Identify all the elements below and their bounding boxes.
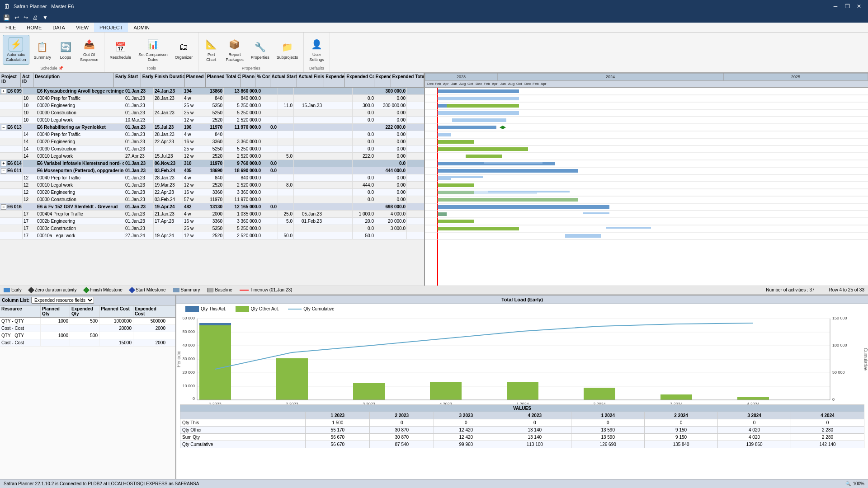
loops-button[interactable]: 🔄 Loops — [56, 38, 75, 62]
gantt-cell — [23, 167, 36, 174]
gantt-row[interactable]: +E6 009E6 Kyxasubedring Arvoll begge ret… — [0, 88, 424, 95]
gantt-cell — [0, 153, 23, 160]
gantt-row[interactable]: 1200030 Construction01.Jan.2303.Feb.2457… — [0, 196, 424, 203]
gantt-cell: 13860 — [201, 88, 224, 94]
resource-row[interactable]: QTY - QTY10005001000000500000 — [0, 318, 175, 325]
bar-cons1 — [438, 111, 519, 115]
bottom-area: Column List: Expended resource fields Re… — [0, 295, 868, 479]
menu-home[interactable]: HOME — [21, 23, 47, 32]
properties-button[interactable]: 🔧 Properties — [248, 38, 272, 62]
gantt-cell: 0003c Construction — [36, 225, 124, 232]
gantt-cell — [294, 117, 323, 123]
gantt-cell — [407, 203, 425, 210]
gantt-cell — [278, 203, 294, 210]
qa-print[interactable]: 🖨 — [31, 14, 39, 21]
qa-undo[interactable]: ↩ — [13, 14, 20, 21]
chart-legend: Qty This Act. Qty Other Act. Qty Cumulat… — [176, 304, 868, 314]
values-cell: 2 280 — [791, 426, 864, 433]
gantt-row[interactable]: −E6 013E6 Rehabilitering av Ryenlokket01… — [0, 124, 424, 131]
gantt-row[interactable]: 1000020 Engineering01.Jan.2325 w52505 25… — [0, 102, 424, 109]
menu-view[interactable]: VIEW — [71, 23, 94, 32]
values-cell: 139 860 — [718, 441, 791, 448]
qa-redo[interactable]: ↪ — [22, 14, 29, 21]
resource-row[interactable]: QTY - QTY1000500 — [0, 332, 175, 339]
gantt-cell: 00020 Engineering — [36, 138, 124, 145]
svg-text:20 000: 20 000 — [182, 370, 195, 375]
resource-row[interactable]: Cost - Cost150002000 — [0, 339, 175, 347]
expand-button[interactable]: + — [1, 161, 6, 166]
gantt-row[interactable]: 170002b Engineering01.Jan.2317.Apr.2316 … — [0, 218, 424, 225]
gantt-row[interactable]: 1400020 Engineering01.Jan.2322.Apr.2316 … — [0, 138, 424, 145]
gantt-cell: 01.Jan.23 — [124, 225, 154, 232]
menu-data[interactable]: DATA — [47, 23, 71, 32]
reschedule-button[interactable]: 📅 Reschedule — [107, 38, 134, 62]
menu-admin[interactable]: ADMIN — [128, 23, 155, 32]
gantt-row[interactable]: 1000030 Construction01.Jan.2324.Jan.2325… — [0, 109, 424, 117]
organizer-button[interactable]: 🗂 Organizer — [172, 38, 196, 62]
gantt-cell — [278, 109, 294, 116]
gantt-row[interactable]: 1000010 Legal work10.Mar.2312 w25202 520… — [0, 117, 424, 124]
gantt-cell: 0.00 — [375, 189, 407, 196]
close-button[interactable]: ✕ — [854, 2, 864, 11]
svg-text:2025: 2025 — [791, 75, 800, 79]
gantt-cell: 196 — [183, 124, 201, 131]
set-comparison-dates-button[interactable]: 📊 Set ComparisonDates — [136, 35, 170, 64]
qa-more[interactable]: ▼ — [41, 14, 49, 21]
gantt-row[interactable]: 1700010a Legal work27.Jan.2419.Apr.2412 … — [0, 232, 424, 239]
gantt-cell: 22.Apr.23 — [154, 189, 183, 196]
minimize-button[interactable]: ─ — [830, 2, 841, 11]
resource-column-headers: Resource Planned Qty Expended Qty Planne… — [0, 305, 175, 318]
qa-save[interactable]: 💾 — [2, 14, 11, 21]
gantt-row[interactable]: 170003c Construction01.Jan.2325 w52505 2… — [0, 225, 424, 232]
gantt-row[interactable]: 1400040 Prep for Traffic01.Jan.2328.Jan.… — [0, 131, 424, 138]
chart-panel: Total Load (Early) Qty This Act. Qty Oth… — [176, 296, 868, 479]
summary-button[interactable]: 📋 Summary — [31, 38, 54, 62]
gantt-row[interactable]: 1400030 Construction01.Jan.2325 w52505 2… — [0, 145, 424, 153]
column-list-dropdown[interactable]: Expended resource fields — [31, 297, 94, 304]
expand-button[interactable]: − — [1, 168, 6, 174]
gantt-cell: 16 w — [183, 138, 201, 145]
pert-chart-button[interactable]: 📐 PertChart — [201, 35, 221, 64]
svg-text:Feb: Feb — [533, 82, 539, 86]
gantt-row[interactable]: 1200040 Prep for Traffic01.Jan.2328.Jan.… — [0, 174, 424, 182]
gantt-cell — [0, 102, 23, 109]
gantt-cell: 01.Jan.23 — [124, 182, 154, 188]
subprojects-button[interactable]: 📁 Subprojects — [274, 38, 301, 62]
gantt-row[interactable]: −E6 016E6 & Fv 152 GSV Slenfeldt - Greve… — [0, 203, 424, 211]
gantt-row[interactable]: 17000404 Prep for Traffic01.Jan.2321.Jan… — [0, 211, 424, 218]
resource-row[interactable]: Cost - Cost200002000 — [0, 325, 175, 332]
user-settings-button[interactable]: 👤 UserSettings — [307, 35, 327, 64]
menu-file[interactable]: FILE — [0, 23, 21, 32]
gantt-cell — [262, 211, 278, 217]
schedule-pin[interactable]: 📌 — [58, 66, 63, 70]
automatic-calculation-button[interactable]: ⚡ AutomaticCalculation — [3, 35, 29, 65]
gantt-row[interactable]: −E6 011E6 Mosseporten (Patterod), oppgra… — [0, 167, 424, 174]
expand-button[interactable]: + — [1, 89, 6, 94]
summary-label: Summary — [34, 55, 52, 60]
gantt-cell: 25 w — [183, 102, 201, 109]
gantt-row[interactable]: 1400010 Legal work27.Apr.2315.Jul.2312 w… — [0, 153, 424, 160]
zoom-label: 🔍 — [845, 481, 851, 486]
restore-button[interactable]: ❒ — [842, 2, 853, 11]
subprojects-label: Subprojects — [277, 55, 298, 60]
gantt-cell: 17 — [23, 211, 36, 217]
pert-chart-label: PertChart — [206, 52, 216, 62]
gantt-row[interactable]: 1200010 Legal work01.Jan.2319.Mar.2312 w… — [0, 182, 424, 189]
gantt-row[interactable]: 1200020 Engineering01.Jan.2322.Apr.2316 … — [0, 189, 424, 196]
gantt-cell: 14 — [23, 145, 36, 152]
menu-project[interactable]: PROJECT — [94, 23, 128, 32]
gantt-cell — [353, 203, 375, 210]
expand-button[interactable]: − — [1, 204, 6, 210]
gantt-cell: 5250 — [201, 102, 224, 109]
gantt-cell: 19.Apr.24 — [154, 203, 183, 210]
gantt-row[interactable]: +E6 014E6 Variabel infotavle Klemetsnud … — [0, 160, 424, 167]
timeline-header-svg: 2023 2024 2025 DecFebApr JunAugOct DecFe… — [425, 73, 868, 88]
svg-text:Apr: Apr — [541, 82, 547, 86]
report-packages-button[interactable]: 📦 ReportPackages — [223, 35, 246, 64]
expand-button[interactable]: − — [1, 125, 6, 130]
out-of-sequence-button[interactable]: 📤 Out OfSequence — [77, 35, 101, 64]
gantt-row[interactable]: 1000040 Prep for Traffic01.Jan.2328.Jan.… — [0, 95, 424, 102]
gantt-cell: 01.Jan.23 — [124, 138, 154, 145]
gantt-cell: 3 360 000.0 — [224, 218, 262, 225]
gantt-cell: −E6 016 — [0, 203, 23, 210]
